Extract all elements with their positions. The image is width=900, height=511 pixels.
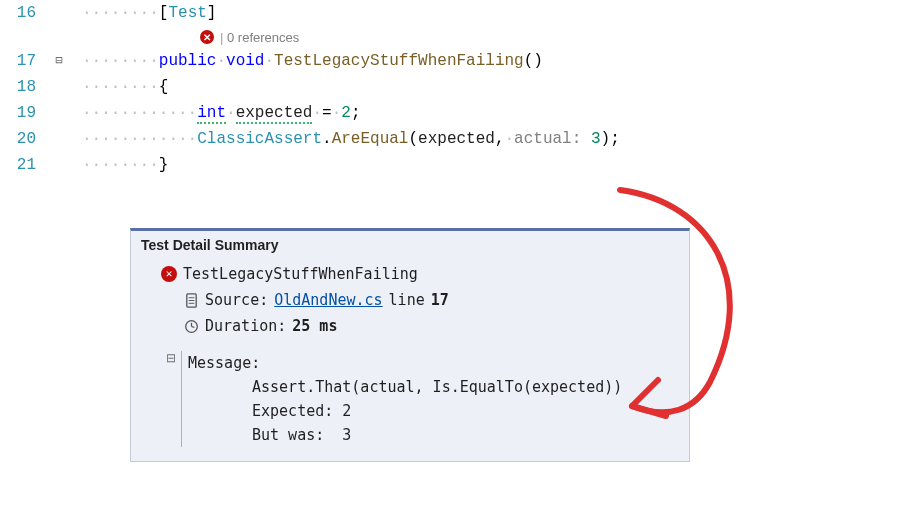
fail-icon: ✕ — [161, 266, 177, 282]
message-label-row: Message: — [188, 351, 671, 375]
code-text[interactable]: ········{ — [82, 74, 168, 100]
code-line[interactable]: 16········[Test] — [0, 0, 900, 26]
line-number: 18 — [0, 74, 44, 100]
source-line-word: line — [389, 287, 425, 313]
code-text[interactable]: ············int·expected·=·2; — [82, 100, 361, 126]
line-number: 21 — [0, 152, 44, 178]
line-number: 20 — [0, 126, 44, 152]
duration-value: 25 ms — [292, 313, 337, 339]
error-icon: ✕ — [200, 30, 214, 44]
code-text[interactable]: ············ClassicAssert.AreEqual(expec… — [82, 126, 620, 152]
code-line[interactable]: 18········{ — [0, 74, 900, 100]
document-icon — [183, 292, 199, 308]
code-text[interactable]: ········} — [82, 152, 168, 178]
panel-title: Test Detail Summary — [131, 231, 689, 259]
message-line: Assert.That(actual, Is.EqualTo(expected)… — [188, 375, 671, 399]
test-name: TestLegacyStuffWhenFailing — [183, 261, 418, 287]
test-detail-summary-panel: Test Detail Summary ✕ TestLegacyStuffWhe… — [130, 228, 690, 462]
line-number: 19 — [0, 100, 44, 126]
collapse-toggle[interactable]: ⊟ — [161, 351, 181, 447]
code-line[interactable]: 21········} — [0, 152, 900, 178]
source-line-number: 17 — [431, 287, 449, 313]
code-line[interactable]: 17⊟········public·void·TestLegacyStuffWh… — [0, 48, 900, 74]
duration-row: Duration: 25 ms — [161, 313, 671, 339]
source-label: Source: — [205, 287, 268, 313]
message-label: Message: — [188, 351, 260, 375]
code-text[interactable]: ········public·void·TestLegacyStuffWhenF… — [82, 48, 543, 74]
svg-line-6 — [191, 326, 194, 327]
message-line: Expected: 2 — [188, 399, 671, 423]
message-line: But was: 3 — [188, 423, 671, 447]
panel-body: ✕ TestLegacyStuffWhenFailing Source: Old… — [131, 259, 689, 447]
source-file-link[interactable]: OldAndNew.cs — [274, 287, 382, 313]
code-line[interactable]: 19············int·expected·=·2; — [0, 100, 900, 126]
codelens-row[interactable]: ✕| 0 references — [0, 26, 900, 48]
fold-toggle[interactable]: ⊟ — [50, 48, 68, 74]
duration-label: Duration: — [205, 313, 286, 339]
clock-icon — [183, 318, 199, 334]
test-name-row: ✕ TestLegacyStuffWhenFailing — [161, 261, 671, 287]
code-line[interactable]: 20············ClassicAssert.AreEqual(exp… — [0, 126, 900, 152]
source-row: Source: OldAndNew.cs line 17 — [161, 287, 671, 313]
line-number: 17 — [0, 48, 44, 74]
code-text[interactable]: ········[Test] — [82, 0, 216, 26]
code-editor[interactable]: 16········[Test]✕| 0 references17⊟······… — [0, 0, 900, 178]
line-number: 16 — [0, 0, 44, 26]
message-block: ⊟ Message: Assert.That(actual, Is.EqualT… — [161, 351, 671, 447]
codelens-references[interactable]: 0 references — [227, 30, 299, 45]
